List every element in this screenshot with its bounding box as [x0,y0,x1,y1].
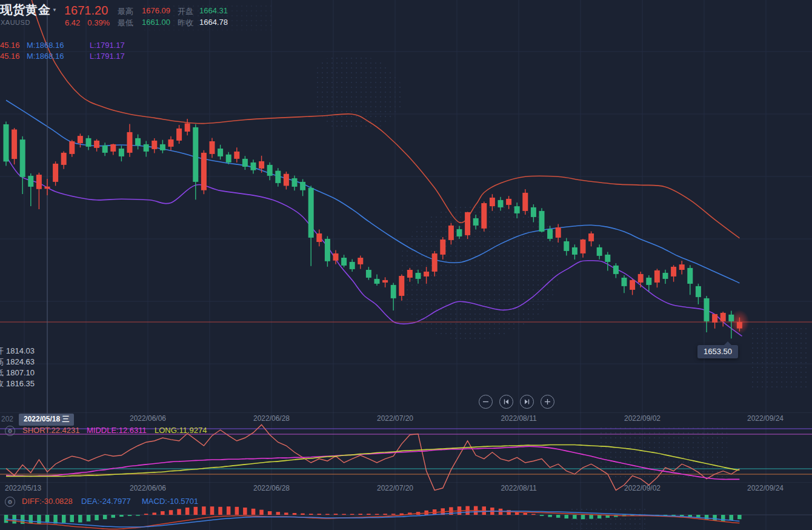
boll-mid-value: M:1868.16 [27,41,64,50]
stat-label-open: 开盘 [178,6,193,17]
macd-dea-label: DEA:-24.7977 [81,497,131,506]
low-price-tooltip: 1653.50 [697,345,738,358]
ohlc-value: 1816.35 [6,379,35,388]
trading-app: 现货黄金 ▼ XAUUSD 1671.20 6.420.39% 最高 1676.… [0,0,812,530]
date-tick: 2022/07/20 [377,484,413,492]
minus-icon [482,398,489,405]
ohlc-label: 高 [0,357,4,366]
date-tick: 2022/09/02 [624,484,661,492]
symbol-code: XAUUSD [1,19,30,26]
date-tick: 2022/08/11 [501,414,536,423]
stat-value-high: 1676.09 [142,6,170,15]
boll-upper-value: 45.16 [0,52,20,61]
date-tick-partial: 202 [1,415,13,423]
date-tick: 2022/09/24 [747,414,784,423]
ohlc-value: 1824.63 [6,357,35,366]
date-tick: 2022/07/20 [377,414,413,423]
ohlc-row: 开1814.03 [0,346,35,357]
ohlc-label: 低 [0,368,4,377]
last-price: 1671.20 [64,4,108,18]
ohlc-value: 1807.10 [6,368,35,377]
tooltip-arrow [724,341,731,345]
chart-nav [479,395,554,409]
symbol-selector[interactable]: 现货黄金 [0,2,51,18]
ohlc-value: 1814.03 [6,346,35,355]
chart-canvas[interactable] [0,0,812,530]
chart-svg[interactable] [0,0,812,530]
osc-long-label: LONG:11.9274 [155,426,207,435]
skip-end-icon [524,398,530,405]
chevron-down-icon[interactable]: ▼ [52,7,57,13]
macd-macd-label: MACD:-10.5701 [142,497,198,506]
stat-value-open: 1664.31 [199,6,228,15]
date-tick: 2022/06/28 [253,484,290,492]
ohlc-label: 开 [0,346,4,355]
boll-lower-value: L:1791.17 [90,41,125,50]
ohlc-row: 低1807.10 [0,367,35,378]
oscillator-header: ⚙ SHORT:22.4231 MIDDLE:12.6311 LONG:11.9… [0,426,291,435]
step-end-button[interactable] [520,395,534,409]
crosshair-date-label: 2022/05/18 三 [19,414,74,426]
date-tick: 2022/08/11 [501,484,536,492]
date-tick: 2022/09/24 [747,484,784,492]
boll-row: 45.16 M:1868.16 L:1791.17 [0,41,182,50]
date-tick: 2022/09/02 [624,414,661,423]
price-change: 6.42 [65,18,80,27]
gear-icon[interactable]: ⚙ [5,497,15,507]
osc-middle-label: MIDDLE:12.6311 [87,426,147,435]
date-tick: 2022/06/28 [253,414,290,423]
date-tick: 2022/06/06 [130,414,166,423]
stat-label-high: 最高 [118,6,133,17]
stat-label-low: 最低 [118,18,133,29]
zoom-out-button[interactable] [479,395,493,409]
date-tick: 2022/06/06 [130,484,166,492]
stat-value-low: 1661.00 [142,18,170,27]
boll-mid-value: M:1868.16 [27,52,64,61]
step-start-button[interactable] [499,395,513,409]
boll-upper-value: 45.16 [0,41,20,50]
date-axis-sub: 2022/05/132022/06/062022/06/282022/07/20… [0,482,812,494]
ohlc-row: 高1824.63 [0,357,35,367]
stat-value-prevclose: 1664.78 [199,18,228,27]
macd-header: ⚙ DIFF:-30.0828 DEA:-24.7977 MACD:-10.57… [0,497,291,506]
macd-diff-label: DIFF:-30.0828 [22,497,73,506]
price-change-pct: 0.39% [87,18,110,27]
plus-icon [544,398,551,405]
date-axis-main: 202 2022/05/18 三 2022/06/062022/06/28202… [0,412,812,424]
ohlc-readout: 开1814.03高1824.63低1807.10收1816.35 [0,346,35,389]
ohlc-row: 收1816.35 [0,378,35,389]
gear-icon[interactable]: ⚙ [5,426,15,436]
stat-label-prevclose: 昨收 [178,18,193,29]
date-tick: 2022/05/13 [5,484,41,492]
skip-start-icon [503,398,510,405]
tooltip-value: 1653.50 [704,347,732,356]
boll-row: 45.16 M:1868.16 L:1791.17 [0,52,182,61]
boll-lower-value: L:1791.17 [90,52,125,61]
ohlc-label: 收 [0,379,4,388]
osc-short-label: SHORT:22.4231 [22,426,79,435]
zoom-in-button[interactable] [541,395,554,409]
